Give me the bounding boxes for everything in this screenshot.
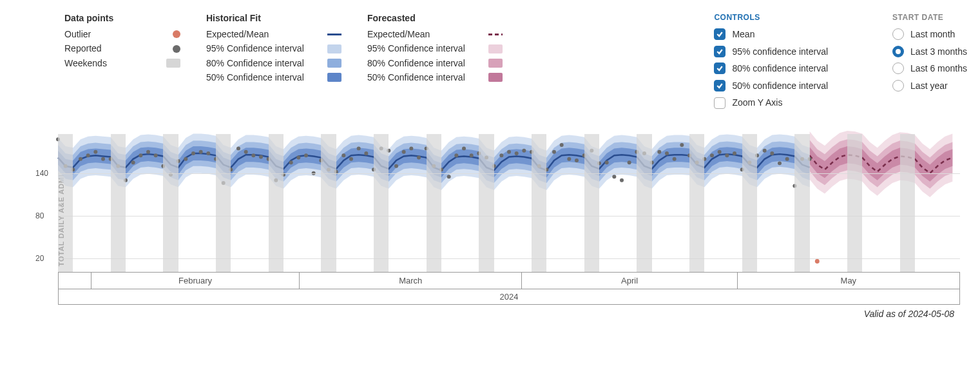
start-date-panel: START DATE Last monthLast 3 monthsLast 6…	[892, 13, 967, 94]
reported-point	[612, 175, 616, 178]
x-axis-months: FebruaryMarchAprilMay	[58, 273, 960, 289]
reported-point	[605, 160, 609, 164]
weekend-band	[532, 134, 546, 272]
reported-point	[515, 151, 519, 155]
valid-as-of: Valid as of 2024-05-08	[13, 309, 967, 319]
reported-point	[778, 161, 782, 165]
legend-swatch-ci50	[327, 73, 341, 82]
legend-title: Data points	[64, 13, 180, 23]
weekend-band	[479, 134, 494, 272]
reported-point	[154, 153, 158, 157]
reported-point	[447, 175, 451, 178]
legend-item-label: 80% Confidence interval	[367, 56, 465, 70]
weekend-band	[427, 134, 441, 272]
controls-title: CONTROLS	[714, 13, 828, 22]
legend-item-label: Expected/Mean	[367, 27, 430, 41]
legend-swatch-ci80	[327, 59, 341, 68]
legend-historical-fit: Historical Fit Expected/Mean 95% Confide…	[206, 13, 341, 85]
reported-point	[770, 151, 774, 155]
checkbox-icon	[714, 28, 725, 40]
legend-item-label: Outlier	[64, 27, 91, 41]
weekend-band	[321, 134, 336, 272]
legend-data-points: Data points Outlier Reported Weekends	[64, 13, 180, 70]
reported-point	[206, 151, 210, 155]
reported-point	[349, 157, 353, 161]
legend-title: Forecasted	[367, 13, 503, 23]
reported-point	[673, 157, 677, 161]
weekend-band	[269, 134, 283, 272]
reported-point	[575, 159, 579, 162]
legend-item-label: 80% Confidence interval	[206, 56, 304, 70]
weekend-band	[163, 134, 178, 272]
control-label: Zoom Y Axis	[732, 94, 782, 111]
radio-icon	[892, 46, 904, 57]
reported-point	[665, 151, 669, 155]
start-date-radio[interactable]: Last 6 months	[892, 60, 967, 77]
reported-point	[507, 150, 511, 154]
reported-point	[93, 150, 97, 154]
reported-point	[718, 150, 722, 154]
legend-swatch-weekends	[166, 59, 180, 68]
start-date-label: Last year	[910, 77, 948, 95]
legend-item-label: 50% Confidence interval	[206, 70, 304, 84]
reported-point	[259, 155, 263, 159]
y-tick-label: 20	[35, 254, 44, 263]
legend-item-label: Reported	[64, 41, 102, 55]
control-checkbox[interactable]: 95% confidence interval	[714, 43, 828, 61]
reported-point	[417, 156, 421, 160]
legend-swatch-fmean-line	[488, 34, 503, 35]
control-checkbox[interactable]: 50% confidence interval	[714, 77, 828, 95]
legend-item-label: Expected/Mean	[206, 27, 269, 41]
chart-plot-area[interactable]: 2080140	[58, 131, 960, 273]
reported-point	[409, 146, 413, 150]
control-checkbox[interactable]: Zoom Y Axis	[714, 94, 828, 111]
x-axis-month-cell: March	[300, 273, 522, 289]
start-date-label: Last 3 months	[910, 43, 967, 61]
start-date-radio[interactable]: Last year	[892, 77, 967, 95]
weekend-band	[847, 134, 862, 272]
reported-point	[184, 157, 187, 161]
x-axis-month-cell	[59, 273, 91, 289]
reported-point	[470, 153, 474, 157]
start-date-title: START DATE	[892, 13, 967, 22]
x-axis-year: 2024	[58, 289, 960, 305]
control-checkbox[interactable]: 80% confidence interval	[714, 60, 828, 77]
weekend-band	[900, 134, 915, 272]
weekend-band	[584, 134, 599, 272]
start-date-radio[interactable]: Last month	[892, 26, 967, 43]
reported-point	[131, 160, 135, 164]
reported-point	[402, 150, 406, 154]
legend-swatch-fci50	[488, 73, 503, 82]
control-checkbox[interactable]: Mean	[714, 26, 828, 43]
legend-swatch-fci95	[488, 44, 503, 53]
reported-point	[657, 150, 661, 154]
reported-point	[552, 150, 556, 154]
reported-point	[79, 157, 82, 161]
checkbox-icon	[714, 46, 725, 57]
weekend-band	[58, 134, 73, 272]
reported-point	[341, 153, 345, 157]
x-axis-month-cell: February	[91, 273, 300, 289]
reported-point	[364, 151, 368, 155]
checkbox-icon	[714, 97, 725, 109]
weekend-band	[689, 134, 704, 272]
weekend-band	[216, 134, 231, 272]
control-label: 80% confidence interval	[732, 60, 828, 77]
weekend-band	[374, 134, 389, 272]
reported-point	[101, 157, 105, 161]
reported-point	[785, 157, 789, 161]
reported-point	[296, 156, 300, 160]
start-date-radio[interactable]: Last 3 months	[892, 43, 967, 61]
reported-point	[454, 153, 458, 157]
reported-point	[733, 151, 736, 155]
outlier-point	[815, 259, 820, 264]
weekend-band	[637, 134, 651, 272]
radio-icon	[892, 80, 904, 92]
start-date-label: Last 6 months	[910, 60, 967, 77]
reported-point	[289, 160, 293, 164]
x-axis-month-cell: May	[738, 273, 960, 289]
legend-item-label: 95% Confidence interval	[206, 41, 304, 55]
reported-point	[522, 149, 526, 153]
reported-point	[86, 153, 90, 157]
control-label: 50% confidence interval	[732, 77, 828, 95]
